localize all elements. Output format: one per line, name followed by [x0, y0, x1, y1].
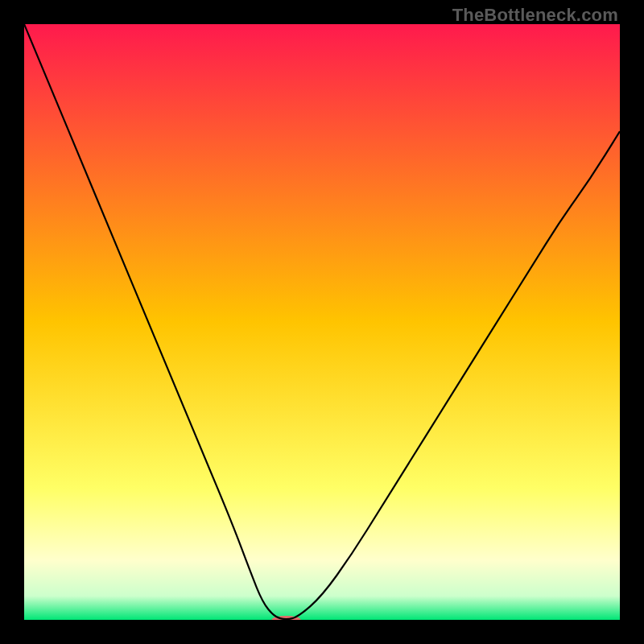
watermark-text: TheBottleneck.com — [452, 5, 618, 26]
bottleneck-chart — [24, 24, 620, 620]
chart-background — [24, 24, 620, 620]
chart-frame: TheBottleneck.com — [0, 0, 644, 644]
